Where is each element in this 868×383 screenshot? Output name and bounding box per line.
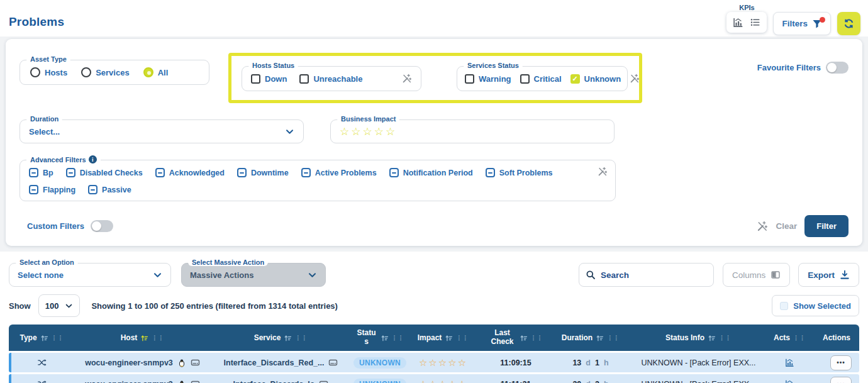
drag-handle-icon[interactable]: ⋮⋮ bbox=[295, 335, 308, 341]
agent-icon bbox=[319, 379, 328, 383]
drag-handle-icon[interactable]: ⋮⋮ bbox=[719, 335, 732, 341]
ellipsis-icon: ••• bbox=[837, 359, 845, 366]
duration-select[interactable]: Duration Select... bbox=[19, 119, 304, 143]
graph-icon[interactable] bbox=[785, 379, 794, 383]
column-header-service[interactable]: Service⋮⋮ bbox=[210, 333, 352, 342]
asset-type-services-radio[interactable]: Services bbox=[81, 67, 130, 77]
shuffle-icon bbox=[37, 358, 47, 367]
advanced-filter-flapping[interactable]: Flapping bbox=[29, 185, 75, 194]
drag-handle-icon[interactable]: ⋮⋮ bbox=[456, 335, 469, 341]
services-status-fieldset: Services Status Warning Critical ✓ Unkno… bbox=[457, 66, 628, 91]
asset-type-legend: Asset Type bbox=[26, 55, 70, 63]
services-status-clear-wand-icon[interactable] bbox=[630, 74, 640, 84]
services-status-unknown-checkbox[interactable]: ✓ Unknown bbox=[570, 74, 621, 84]
kpi-list-icon[interactable] bbox=[750, 17, 760, 28]
advanced-filter-notification-period[interactable]: Notification Period bbox=[389, 168, 473, 177]
hosts-status-clear-wand-icon[interactable] bbox=[402, 74, 412, 84]
chevron-down-icon bbox=[285, 127, 294, 136]
refresh-icon bbox=[843, 18, 854, 29]
sort-active-icon[interactable] bbox=[140, 334, 148, 342]
column-header-host[interactable]: Host⋮⋮ bbox=[75, 333, 210, 342]
table-row[interactable]: wocu-engineer-snmpv3 Interface_Discards_… bbox=[9, 374, 859, 383]
column-header-duration[interactable]: Duration⋮⋮ bbox=[554, 333, 628, 342]
drag-handle-icon[interactable]: ⋮⋮ bbox=[793, 335, 806, 341]
sort-icon[interactable] bbox=[284, 334, 292, 342]
drag-handle-icon[interactable]: ⋮⋮ bbox=[531, 335, 543, 341]
sort-icon[interactable] bbox=[596, 334, 604, 342]
column-header-type[interactable]: Type⋮⋮ bbox=[9, 333, 75, 342]
advanced-filter-downtime[interactable]: Downtime bbox=[237, 168, 289, 177]
host-name-link[interactable]: wocu-engineer-snmpv3 bbox=[85, 358, 173, 367]
business-impact-stars[interactable]: ☆☆☆☆☆ bbox=[340, 126, 397, 137]
advanced-filter-passive[interactable]: Passive bbox=[88, 185, 131, 194]
hosts-status-down-checkbox[interactable]: Down bbox=[251, 74, 287, 84]
show-label: Show bbox=[9, 301, 31, 311]
table-row[interactable]: wocu-engineer-snmpv3 Interface_Discards_… bbox=[9, 353, 859, 372]
export-button-label: Export bbox=[808, 270, 835, 280]
hosts-status-fieldset: Hosts Status Down Unreachable bbox=[242, 66, 421, 91]
filters-button[interactable]: Filters bbox=[773, 12, 831, 35]
status-info-text: UNKNOWN - [Pack Error] EXX... bbox=[642, 380, 756, 383]
select-option-dropdown[interactable]: Select an Option Select none bbox=[9, 263, 171, 287]
sort-icon[interactable] bbox=[381, 334, 389, 342]
filters-active-badge bbox=[820, 17, 825, 23]
clear-filters-button[interactable]: Clear bbox=[776, 221, 797, 231]
sort-icon[interactable] bbox=[445, 334, 453, 342]
clear-wand-icon[interactable] bbox=[757, 221, 768, 232]
column-header-status[interactable]: Status⋮⋮ bbox=[352, 329, 408, 347]
drag-handle-icon[interactable]: ⋮⋮ bbox=[607, 335, 620, 341]
service-name-link[interactable]: Interface_Discards_Red_... bbox=[224, 358, 325, 367]
apply-filter-button[interactable]: Filter bbox=[804, 215, 849, 237]
hosts-status-legend: Hosts Status bbox=[248, 62, 298, 69]
funnel-icon bbox=[812, 19, 822, 29]
column-header-status-info[interactable]: Status Info⋮⋮ bbox=[628, 333, 769, 342]
advanced-filter-disabled-checks[interactable]: Disabled Checks bbox=[66, 168, 143, 177]
massive-action-dropdown[interactable]: Select Massive Action Massive Actions bbox=[181, 263, 326, 287]
advanced-filter-acknowledged[interactable]: Acknowledged bbox=[155, 168, 225, 177]
page-size-select[interactable]: 100 bbox=[38, 294, 81, 317]
status-badge: UNKNOWN bbox=[353, 357, 406, 369]
row-actions-button[interactable]: ••• bbox=[830, 355, 852, 370]
massive-action-value: Massive Actions bbox=[190, 270, 253, 280]
sort-icon[interactable] bbox=[520, 334, 528, 342]
sort-icon[interactable] bbox=[40, 334, 48, 342]
refresh-button[interactable] bbox=[837, 12, 860, 35]
drag-handle-icon[interactable]: ⋮⋮ bbox=[152, 335, 164, 341]
kpis-card bbox=[726, 12, 767, 33]
agent-icon bbox=[328, 358, 338, 367]
custom-filters-toggle[interactable] bbox=[91, 220, 113, 232]
column-header-last-check[interactable]: Last Check⋮⋮ bbox=[478, 329, 554, 347]
indeterminate-checkbox-icon bbox=[29, 168, 38, 177]
drag-handle-icon[interactable]: ⋮⋮ bbox=[392, 335, 404, 341]
info-icon[interactable]: i bbox=[89, 155, 97, 164]
column-header-impact[interactable]: Impact⋮⋮ bbox=[408, 333, 478, 342]
advanced-filter-active-problems[interactable]: Active Problems bbox=[301, 168, 377, 177]
agent-icon bbox=[191, 358, 200, 367]
asset-type-hosts-radio[interactable]: Hosts bbox=[30, 67, 67, 77]
massive-action-legend: Select Massive Action bbox=[188, 258, 268, 266]
export-button[interactable]: Export bbox=[798, 263, 859, 287]
columns-button[interactable]: Columns bbox=[723, 263, 790, 287]
asset-type-all-radio[interactable]: All bbox=[143, 67, 169, 77]
search-input[interactable] bbox=[601, 270, 707, 280]
advanced-filter-soft-problems[interactable]: Soft Problems bbox=[486, 168, 553, 177]
services-status-critical-checkbox[interactable]: Critical bbox=[520, 74, 562, 84]
favourite-filters-toggle[interactable] bbox=[826, 62, 849, 74]
hosts-status-unreachable-checkbox[interactable]: Unreachable bbox=[299, 74, 362, 84]
column-header-acts[interactable]: Acts⋮⋮ bbox=[769, 333, 810, 342]
drag-handle-icon[interactable]: ⋮⋮ bbox=[52, 335, 64, 341]
last-check-value: 11:09:15 bbox=[500, 358, 531, 367]
advanced-filters-clear-wand-icon[interactable] bbox=[598, 167, 608, 177]
services-status-warning-checkbox[interactable]: Warning bbox=[465, 74, 511, 84]
impact-stars: ☆☆☆☆☆ bbox=[419, 358, 467, 367]
checkbox-icon bbox=[465, 74, 474, 84]
graph-icon[interactable] bbox=[785, 358, 794, 367]
show-selected-button[interactable]: Show Selected bbox=[772, 295, 859, 316]
sort-icon[interactable] bbox=[708, 334, 716, 342]
host-name-link[interactable]: wocu-engineer-snmpv3 bbox=[85, 380, 173, 383]
kpi-chart-icon[interactable] bbox=[733, 17, 743, 28]
row-actions-button[interactable]: ••• bbox=[830, 377, 852, 383]
advanced-filter-bp[interactable]: Bp bbox=[29, 168, 53, 177]
select-option-legend: Select an Option bbox=[16, 258, 78, 266]
service-name-link[interactable]: Interface_Discards_lo bbox=[233, 380, 315, 383]
